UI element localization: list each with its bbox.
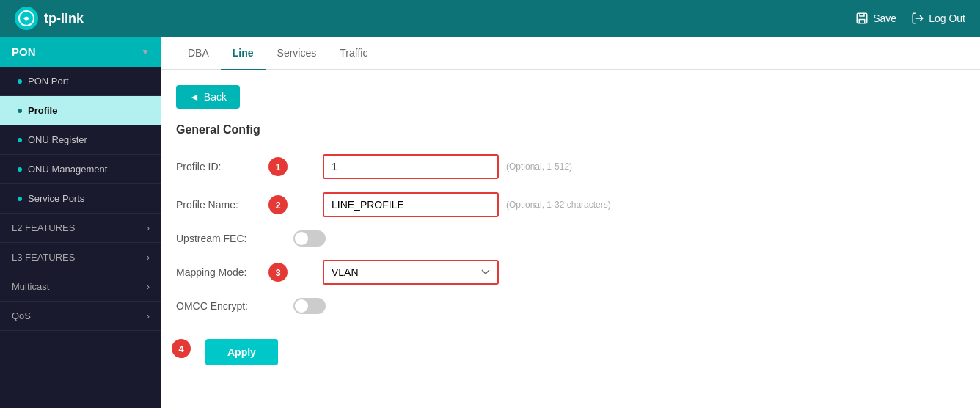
chevron-right-icon: ›: [147, 282, 150, 292]
dot-icon: [18, 167, 22, 172]
upstream-fec-toggle[interactable]: [293, 230, 326, 247]
profile-name-container: [323, 192, 499, 217]
sidebar-group-label: L3 FEATURES: [12, 252, 75, 263]
sidebar-item-label: ONU Management: [28, 164, 107, 175]
profile-name-wrap: 2 (Optional, 1-32 characters): [293, 192, 611, 217]
logo-text: tp-link: [44, 11, 84, 26]
form-row-mapping-mode: Mapping Mode: 3 VLAN GEM Port: [176, 260, 965, 285]
chevron-right-icon: ›: [147, 252, 150, 263]
sidebar-group-label: QoS: [12, 310, 31, 321]
back-label: Back: [204, 91, 227, 103]
save-button[interactable]: Save: [855, 12, 896, 25]
sidebar-group-label: L2 FEATURES: [12, 222, 75, 233]
apply-row: 4 Apply: [176, 332, 278, 365]
section-title: General Config: [176, 123, 965, 136]
sidebar-item-label: ONU Register: [28, 134, 87, 145]
profile-id-hint: (Optional, 1-512): [506, 161, 572, 172]
tabs: DBA Line Services Traffic: [161, 37, 980, 70]
sidebar-item-onu-management[interactable]: ONU Management: [0, 155, 161, 184]
form-row-profile-id: Profile ID: 1 (Optional, 1-512): [176, 154, 965, 179]
sidebar-item-onu-register[interactable]: ONU Register: [0, 125, 161, 155]
chevron-right-icon: ›: [147, 311, 150, 321]
layout: PON ▼ PON Port Profile ONU Register ONU …: [0, 37, 980, 408]
upstream-fec-label: Upstream FEC:: [176, 233, 293, 244]
dot-icon: [18, 197, 22, 201]
logo: tp-link: [15, 7, 84, 30]
profile-name-input[interactable]: [323, 192, 499, 217]
step-badge-1: 1: [268, 157, 288, 176]
chevron-right-icon: ›: [147, 223, 150, 233]
profile-id-wrap: 1 (Optional, 1-512): [293, 154, 572, 179]
omcc-encrypt-label: OMCC Encrypt:: [176, 300, 293, 312]
tab-traffic[interactable]: Traffic: [328, 37, 379, 70]
sidebar-pon-header[interactable]: PON ▼: [0, 37, 161, 67]
dot-icon: [18, 79, 22, 84]
apply-button[interactable]: Apply: [205, 339, 278, 365]
sidebar-group-qos[interactable]: QoS ›: [0, 302, 161, 331]
sidebar-item-pon-port[interactable]: PON Port: [0, 67, 161, 96]
sidebar-group-l3-features[interactable]: L3 FEATURES ›: [0, 243, 161, 272]
sidebar-group-l2-features[interactable]: L2 FEATURES ›: [0, 214, 161, 243]
tab-services[interactable]: Services: [266, 37, 329, 70]
sidebar-group-label: Multicast: [12, 281, 49, 292]
sidebar-item-label: Profile: [28, 105, 57, 116]
sidebar-group-multicast[interactable]: Multicast ›: [0, 272, 161, 302]
omcc-encrypt-wrap: [293, 298, 326, 314]
profile-name-hint: (Optional, 1-32 characters): [506, 200, 611, 210]
omcc-encrypt-toggle[interactable]: [293, 298, 326, 314]
mapping-mode-select[interactable]: VLAN GEM Port: [323, 260, 499, 285]
sidebar-pon-label: PON: [12, 45, 36, 58]
header-actions: Save Log Out: [855, 12, 965, 25]
step-badge-4: 4: [172, 339, 191, 358]
content-area: ◄ Back General Config Profile ID: 1 (Opt…: [161, 70, 980, 380]
tab-dba[interactable]: DBA: [176, 37, 221, 70]
profile-id-input[interactable]: [323, 154, 499, 179]
logout-label: Log Out: [929, 12, 965, 24]
mapping-mode-wrap: 3 VLAN GEM Port: [293, 260, 499, 285]
logout-button[interactable]: Log Out: [911, 12, 965, 25]
save-label: Save: [873, 12, 896, 24]
chevron-down-icon: ▼: [141, 47, 150, 57]
form-row-profile-name: Profile Name: 2 (Optional, 1-32 characte…: [176, 192, 965, 217]
sidebar-item-profile[interactable]: Profile: [0, 96, 161, 125]
sidebar-item-service-ports[interactable]: Service Ports: [0, 184, 161, 214]
sidebar: PON ▼ PON Port Profile ONU Register ONU …: [0, 37, 161, 408]
logo-icon: [15, 7, 38, 30]
back-arrow-icon: ◄: [189, 91, 200, 103]
form-row-upstream-fec: Upstream FEC:: [176, 230, 965, 247]
tab-line[interactable]: Line: [221, 37, 266, 70]
step-badge-2: 2: [268, 195, 288, 214]
main-content: DBA Line Services Traffic ◄ Back General…: [161, 37, 980, 408]
dot-icon: [18, 109, 22, 113]
dot-icon: [18, 138, 22, 142]
sidebar-item-label: Service Ports: [28, 193, 84, 204]
upstream-fec-wrap: [293, 230, 326, 247]
back-button[interactable]: ◄ Back: [176, 85, 240, 109]
profile-id-container: [323, 154, 499, 179]
svg-rect-1: [858, 13, 868, 23]
step-badge-3: 3: [268, 263, 288, 282]
sidebar-item-label: PON Port: [28, 76, 69, 87]
header: tp-link Save Log Out: [0, 0, 980, 37]
form-row-omcc-encrypt: OMCC Encrypt:: [176, 298, 965, 314]
